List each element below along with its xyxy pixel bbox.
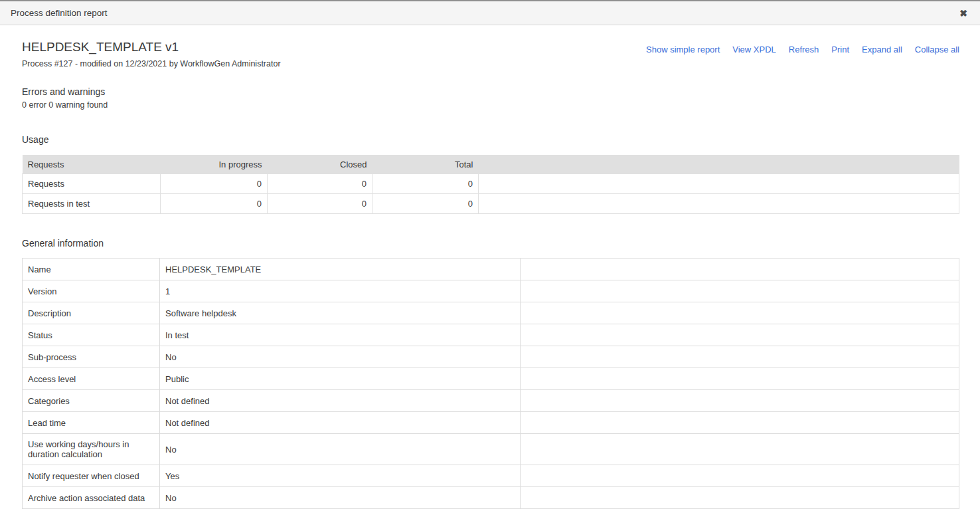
- general-spacer-cell: [521, 465, 959, 487]
- general-spacer-cell: [521, 280, 959, 302]
- general-row-value: Public: [160, 368, 521, 390]
- usage-col-in-progress: In progress: [161, 155, 268, 174]
- table-row: Categories Not defined: [23, 390, 959, 412]
- report-content: HELPDESK_TEMPLATE v1 Process #127 - modi…: [0, 41, 980, 529]
- errors-heading: Errors and warnings: [22, 86, 959, 97]
- table-row: Access level Public: [23, 368, 959, 390]
- usage-col-closed: Closed: [268, 155, 372, 174]
- table-row: Use working days/hours in duration calcu…: [23, 434, 959, 465]
- view-xpdl-link[interactable]: View XPDL: [732, 45, 776, 54]
- table-row: Sub-process No: [23, 346, 959, 368]
- general-spacer-cell: [521, 346, 959, 368]
- usage-row-label: Requests in test: [23, 194, 161, 214]
- general-row-value: 1: [160, 280, 521, 302]
- process-subtitle: Process #127 - modified on 12/23/2021 by…: [22, 59, 281, 68]
- report-header: HELPDESK_TEMPLATE v1 Process #127 - modi…: [22, 41, 959, 68]
- general-spacer-cell: [521, 487, 959, 509]
- collapse-all-link[interactable]: Collapse all: [915, 45, 959, 54]
- general-row-value: No: [160, 487, 521, 509]
- general-spacer-cell: [521, 302, 959, 324]
- table-row: Requests in test 0 0 0: [23, 194, 959, 214]
- usage-total-value: 0: [372, 174, 479, 194]
- general-row-label: Description: [23, 302, 160, 324]
- general-row-value: Not defined: [160, 412, 521, 434]
- show-simple-report-link[interactable]: Show simple report: [646, 45, 720, 54]
- general-information-heading: General information: [22, 238, 959, 249]
- usage-closed-value: 0: [268, 194, 372, 214]
- general-information-table: Name HELPDESK_TEMPLATE Version 1 Descrip…: [22, 258, 959, 509]
- general-row-label: Access level: [23, 368, 160, 390]
- usage-col-requests: Requests: [23, 155, 161, 174]
- general-spacer-cell: [521, 259, 959, 280]
- page-title: Process definition report: [11, 8, 108, 18]
- general-row-value: No: [160, 434, 521, 465]
- table-row: Version 1: [23, 280, 959, 302]
- usage-in-progress-value: 0: [161, 174, 268, 194]
- process-title-block: HELPDESK_TEMPLATE v1 Process #127 - modi…: [22, 41, 281, 68]
- usage-in-progress-value: 0: [161, 194, 268, 214]
- general-row-value: HELPDESK_TEMPLATE: [160, 259, 521, 280]
- errors-section: Errors and warnings 0 error 0 warning fo…: [22, 86, 959, 110]
- usage-closed-value: 0: [268, 174, 372, 194]
- usage-spacer-cell: [479, 174, 959, 194]
- titlebar: Process definition report ✖: [0, 0, 980, 25]
- expand-all-link[interactable]: Expand all: [862, 45, 902, 54]
- table-row: Name HELPDESK_TEMPLATE: [23, 259, 959, 280]
- general-row-value: Yes: [160, 465, 521, 487]
- usage-col-total: Total: [372, 155, 479, 174]
- general-row-label: Sub-process: [23, 346, 160, 368]
- general-spacer-cell: [521, 368, 959, 390]
- general-row-label: Notify requester when closed: [23, 465, 160, 487]
- table-row: Requests 0 0 0: [23, 174, 959, 194]
- general-spacer-cell: [521, 324, 959, 346]
- usage-table: Requests In progress Closed Total Reques…: [22, 155, 959, 215]
- table-row: Description Software helpdesk: [23, 302, 959, 324]
- usage-col-spacer: [479, 155, 959, 174]
- usage-heading: Usage: [22, 134, 959, 145]
- table-row: Status In test: [23, 324, 959, 346]
- usage-total-value: 0: [372, 194, 479, 214]
- process-title: HELPDESK_TEMPLATE v1: [22, 41, 281, 54]
- general-row-label: Version: [23, 280, 160, 302]
- print-link[interactable]: Print: [831, 45, 849, 54]
- general-row-label: Archive action associated data: [23, 487, 160, 509]
- general-row-label: Status: [23, 324, 160, 346]
- table-row: Notify requester when closed Yes: [23, 465, 959, 487]
- general-row-value: Not defined: [160, 390, 521, 412]
- errors-summary: 0 error 0 warning found: [22, 100, 959, 110]
- usage-row-label: Requests: [23, 174, 161, 194]
- general-spacer-cell: [521, 434, 959, 465]
- toolbar: Show simple report View XPDL Refresh Pri…: [646, 45, 959, 54]
- general-row-value: No: [160, 346, 521, 368]
- general-row-label: Use working days/hours in duration calcu…: [23, 434, 160, 465]
- general-row-label: Lead time: [23, 412, 160, 434]
- general-row-value: In test: [160, 324, 521, 346]
- general-spacer-cell: [521, 390, 959, 412]
- close-icon[interactable]: ✖: [959, 9, 967, 18]
- refresh-link[interactable]: Refresh: [789, 45, 819, 54]
- usage-header-row: Requests In progress Closed Total: [23, 155, 959, 174]
- usage-spacer-cell: [479, 194, 959, 214]
- general-row-label: Name: [23, 259, 160, 280]
- table-row: Lead time Not defined: [23, 412, 959, 434]
- general-spacer-cell: [521, 412, 959, 434]
- table-row: Archive action associated data No: [23, 487, 959, 509]
- general-row-value: Software helpdesk: [160, 302, 521, 324]
- general-row-label: Categories: [23, 390, 160, 412]
